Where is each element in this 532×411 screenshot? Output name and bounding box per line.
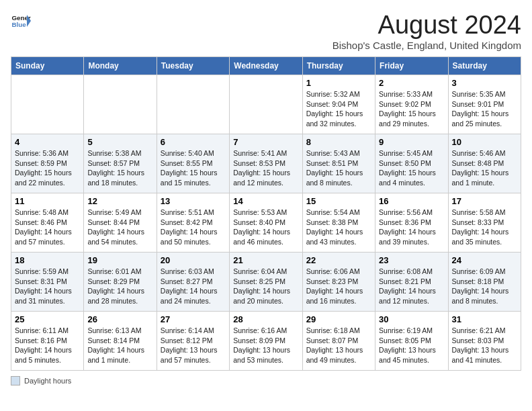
day-info: Sunrise: 5:48 AM Sunset: 8:46 PM Dayligh…	[15, 208, 80, 247]
day-info: Sunrise: 6:06 AM Sunset: 8:23 PM Dayligh…	[306, 267, 371, 306]
day-info: Sunrise: 5:43 AM Sunset: 8:51 PM Dayligh…	[306, 148, 371, 188]
day-info: Sunrise: 5:32 AM Sunset: 9:04 PM Dayligh…	[306, 89, 371, 129]
col-header-tuesday: Tuesday	[157, 57, 229, 75]
col-header-thursday: Thursday	[302, 57, 375, 75]
day-number: 15	[306, 196, 371, 206]
day-number: 26	[87, 314, 152, 324]
day-info: Sunrise: 5:49 AM Sunset: 8:44 PM Dayligh…	[87, 208, 152, 247]
day-number: 4	[15, 137, 80, 147]
day-cell: 13Sunrise: 5:51 AM Sunset: 8:42 PM Dayli…	[157, 193, 229, 253]
day-number: 5	[87, 137, 152, 147]
day-info: Sunrise: 5:58 AM Sunset: 8:33 PM Dayligh…	[452, 208, 517, 247]
day-info: Sunrise: 6:01 AM Sunset: 8:29 PM Dayligh…	[87, 267, 152, 306]
day-info: Sunrise: 5:35 AM Sunset: 9:01 PM Dayligh…	[452, 89, 517, 129]
day-info: Sunrise: 5:38 AM Sunset: 8:57 PM Dayligh…	[87, 148, 152, 188]
day-number: 21	[233, 255, 298, 265]
day-info: Sunrise: 6:21 AM Sunset: 8:03 PM Dayligh…	[452, 326, 517, 365]
day-cell: 27Sunrise: 6:14 AM Sunset: 8:12 PM Dayli…	[157, 312, 229, 371]
day-info: Sunrise: 5:33 AM Sunset: 9:02 PM Dayligh…	[379, 89, 444, 129]
day-number: 2	[379, 78, 444, 88]
logo: General Blue	[11, 11, 31, 31]
day-number: 31	[452, 314, 517, 324]
day-info: Sunrise: 5:56 AM Sunset: 8:36 PM Dayligh…	[379, 208, 444, 247]
day-cell: 18Sunrise: 5:59 AM Sunset: 8:31 PM Dayli…	[11, 253, 84, 312]
day-info: Sunrise: 6:04 AM Sunset: 8:25 PM Dayligh…	[233, 267, 298, 306]
day-number: 19	[87, 255, 152, 265]
day-info: Sunrise: 6:03 AM Sunset: 8:27 PM Dayligh…	[161, 267, 226, 306]
day-number: 25	[15, 314, 80, 324]
day-number: 20	[161, 255, 226, 265]
day-info: Sunrise: 5:40 AM Sunset: 8:55 PM Dayligh…	[161, 148, 226, 188]
day-info: Sunrise: 5:45 AM Sunset: 8:50 PM Dayligh…	[379, 148, 444, 188]
calendar-table: SundayMondayTuesdayWednesdayThursdayFrid…	[11, 56, 521, 371]
day-info: Sunrise: 5:53 AM Sunset: 8:40 PM Dayligh…	[233, 208, 298, 247]
day-cell: 6Sunrise: 5:40 AM Sunset: 8:55 PM Daylig…	[157, 134, 229, 193]
day-cell: 5Sunrise: 5:38 AM Sunset: 8:57 PM Daylig…	[84, 134, 157, 193]
legend-text: Daylight hours	[24, 377, 71, 385]
day-info: Sunrise: 5:41 AM Sunset: 8:53 PM Dayligh…	[233, 148, 298, 188]
day-info: Sunrise: 6:11 AM Sunset: 8:16 PM Dayligh…	[15, 326, 80, 365]
day-info: Sunrise: 5:59 AM Sunset: 8:31 PM Dayligh…	[15, 267, 80, 306]
day-cell: 15Sunrise: 5:54 AM Sunset: 8:38 PM Dayli…	[302, 193, 375, 253]
day-info: Sunrise: 6:09 AM Sunset: 8:18 PM Dayligh…	[452, 267, 517, 306]
day-cell	[11, 75, 84, 134]
day-number: 24	[452, 255, 517, 265]
day-number: 13	[161, 196, 226, 206]
day-cell: 7Sunrise: 5:41 AM Sunset: 8:53 PM Daylig…	[230, 134, 302, 193]
week-row-4: 18Sunrise: 5:59 AM Sunset: 8:31 PM Dayli…	[11, 253, 521, 312]
day-number: 17	[452, 196, 517, 206]
day-number: 10	[452, 137, 517, 147]
day-cell: 10Sunrise: 5:46 AM Sunset: 8:48 PM Dayli…	[448, 134, 521, 193]
day-number: 18	[15, 255, 80, 265]
day-cell	[157, 75, 229, 134]
day-number: 12	[87, 196, 152, 206]
day-info: Sunrise: 6:18 AM Sunset: 8:07 PM Dayligh…	[306, 326, 371, 365]
day-info: Sunrise: 6:16 AM Sunset: 8:09 PM Dayligh…	[233, 326, 298, 365]
day-number: 16	[379, 196, 444, 206]
day-number: 7	[233, 137, 298, 147]
day-cell: 30Sunrise: 6:19 AM Sunset: 8:05 PM Dayli…	[375, 312, 448, 371]
col-header-saturday: Saturday	[448, 57, 521, 75]
week-row-3: 11Sunrise: 5:48 AM Sunset: 8:46 PM Dayli…	[11, 193, 521, 253]
day-cell: 20Sunrise: 6:03 AM Sunset: 8:27 PM Dayli…	[157, 253, 229, 312]
day-cell: 22Sunrise: 6:06 AM Sunset: 8:23 PM Dayli…	[302, 253, 375, 312]
day-number: 29	[306, 314, 371, 324]
day-cell: 4Sunrise: 5:36 AM Sunset: 8:59 PM Daylig…	[11, 134, 84, 193]
day-cell: 12Sunrise: 5:49 AM Sunset: 8:44 PM Dayli…	[84, 193, 157, 253]
day-number: 14	[233, 196, 298, 206]
legend: Daylight hours	[11, 376, 521, 385]
week-row-5: 25Sunrise: 6:11 AM Sunset: 8:16 PM Dayli…	[11, 312, 521, 371]
day-cell: 21Sunrise: 6:04 AM Sunset: 8:25 PM Dayli…	[230, 253, 302, 312]
day-cell: 2Sunrise: 5:33 AM Sunset: 9:02 PM Daylig…	[375, 75, 448, 134]
day-cell: 28Sunrise: 6:16 AM Sunset: 8:09 PM Dayli…	[230, 312, 302, 371]
day-number: 6	[161, 137, 226, 147]
day-cell	[230, 75, 302, 134]
day-info: Sunrise: 6:13 AM Sunset: 8:14 PM Dayligh…	[87, 326, 152, 365]
day-cell: 1Sunrise: 5:32 AM Sunset: 9:04 PM Daylig…	[302, 75, 375, 134]
col-header-sunday: Sunday	[11, 57, 84, 75]
day-number: 9	[379, 137, 444, 147]
day-number: 11	[15, 196, 80, 206]
title-area: August 2024 Bishop's Castle, England, Un…	[332, 11, 521, 51]
page-header: General Blue August 2024 Bishop's Castle…	[11, 11, 521, 51]
svg-text:Blue: Blue	[12, 21, 27, 28]
col-header-friday: Friday	[375, 57, 448, 75]
legend-box	[11, 376, 20, 385]
location-title: Bishop's Castle, England, United Kingdom	[332, 40, 521, 51]
day-number: 27	[161, 314, 226, 324]
day-cell: 3Sunrise: 5:35 AM Sunset: 9:01 PM Daylig…	[448, 75, 521, 134]
day-number: 30	[379, 314, 444, 324]
day-cell: 14Sunrise: 5:53 AM Sunset: 8:40 PM Dayli…	[230, 193, 302, 253]
day-number: 8	[306, 137, 371, 147]
day-info: Sunrise: 5:46 AM Sunset: 8:48 PM Dayligh…	[452, 148, 517, 188]
day-cell	[84, 75, 157, 134]
day-info: Sunrise: 5:36 AM Sunset: 8:59 PM Dayligh…	[15, 148, 80, 188]
week-row-2: 4Sunrise: 5:36 AM Sunset: 8:59 PM Daylig…	[11, 134, 521, 193]
day-cell: 17Sunrise: 5:58 AM Sunset: 8:33 PM Dayli…	[448, 193, 521, 253]
day-cell: 23Sunrise: 6:08 AM Sunset: 8:21 PM Dayli…	[375, 253, 448, 312]
day-cell: 29Sunrise: 6:18 AM Sunset: 8:07 PM Dayli…	[302, 312, 375, 371]
day-cell: 11Sunrise: 5:48 AM Sunset: 8:46 PM Dayli…	[11, 193, 84, 253]
day-number: 22	[306, 255, 371, 265]
day-cell: 31Sunrise: 6:21 AM Sunset: 8:03 PM Dayli…	[448, 312, 521, 371]
day-cell: 19Sunrise: 6:01 AM Sunset: 8:29 PM Dayli…	[84, 253, 157, 312]
